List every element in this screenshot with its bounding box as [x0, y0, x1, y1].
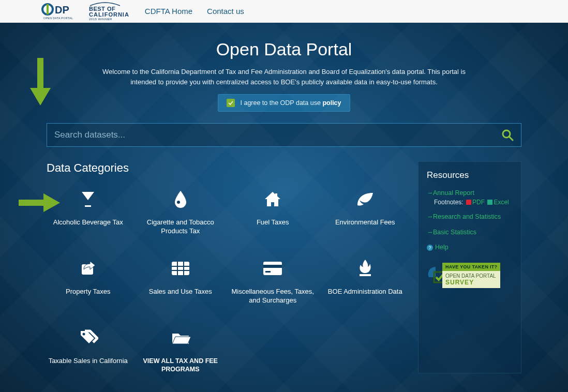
category-leaf[interactable]: Environmental Fees [324, 187, 407, 236]
search-bar[interactable] [47, 123, 521, 147]
category-label: VIEW ALL TAX AND FEE PROGRAMS [139, 357, 222, 374]
table-icon [139, 257, 222, 280]
survey-logo-icon [427, 265, 444, 285]
svg-rect-17 [263, 262, 282, 275]
resources-heading: Resources [427, 170, 513, 180]
search-icon[interactable] [501, 129, 514, 141]
resource-annual-report[interactable]: →Annual Report Footnotes: PDF Excel [427, 189, 513, 206]
category-drop[interactable]: Cigarette and Tobacco Products Tax [139, 187, 222, 236]
category-table[interactable]: Sales and Use Taxes [139, 257, 222, 305]
svg-rect-1 [47, 4, 49, 14]
survey-text: OPEN DATA PORTAL SURVEY [442, 271, 500, 288]
nav-contact-us[interactable]: Contact us [207, 7, 244, 16]
categories-section: Data Categories Alcoholic Beverage TaxCi… [47, 161, 407, 373]
category-card[interactable]: Miscellaneous Fees, Taxes, and Surcharge… [231, 257, 315, 305]
excel-badge-icon [487, 200, 492, 205]
resources-sidebar: Resources →Annual Report Footnotes: PDF … [418, 161, 521, 373]
svg-rect-12 [172, 262, 189, 275]
hero: Open Data Portal Welcome to the Californ… [0, 23, 568, 392]
category-tags[interactable]: Taxable Sales in California [47, 326, 130, 374]
category-share[interactable]: Property Taxes [47, 257, 130, 305]
flame-icon [324, 257, 407, 280]
category-label: Cigarette and Tobacco Products Tax [139, 218, 222, 236]
svg-rect-10 [275, 193, 277, 197]
arrow-right-icon: → [427, 189, 432, 198]
share-icon [47, 257, 130, 280]
tutorial-arrow-right-icon [19, 192, 61, 213]
arrow-right-icon: → [427, 213, 432, 222]
svg-rect-19 [265, 271, 271, 273]
policy-link[interactable]: policy [322, 99, 341, 107]
tags-icon [47, 326, 130, 350]
resource-basic-stats[interactable]: →Basic Statistics [427, 228, 513, 237]
leaf-icon [324, 187, 407, 211]
help-icon: ? [427, 245, 433, 251]
svg-rect-18 [263, 265, 282, 268]
nav-cdfta-home[interactable]: CDFTA Home [145, 7, 192, 16]
category-home[interactable]: Fuel Taxes [231, 187, 315, 236]
svg-marker-4 [30, 88, 51, 105]
odp-logo[interactable]: DP OPEN DATA PORTAL [41, 2, 83, 21]
category-label: Fuel Taxes [231, 218, 315, 227]
arrow-right-icon: → [427, 228, 432, 237]
agree-text: I agree to the ODP data use policy [240, 99, 341, 107]
svg-rect-20 [360, 274, 371, 276]
category-label: Environmental Fees [324, 218, 407, 227]
topbar: DP OPEN DATA PORTAL BEST OF CALIFORNIA 2… [0, 0, 568, 23]
survey-badge: HAVE YOU TAKEN IT? [442, 263, 500, 271]
annual-footnotes: Footnotes: PDF Excel [434, 198, 513, 207]
page-subtitle: Welcome to the California Department of … [98, 67, 470, 87]
footnote-pdf-link[interactable]: PDF [472, 199, 485, 206]
category-label: BOE Administration Data [324, 288, 407, 296]
home-icon [231, 187, 315, 211]
resource-research[interactable]: →Research and Statistics [427, 213, 513, 222]
agree-box[interactable]: I agree to the ODP data use policy [218, 94, 350, 112]
category-label: Miscellaneous Fees, Taxes, and Surcharge… [231, 288, 315, 305]
card-icon [231, 257, 315, 280]
svg-rect-7 [19, 200, 46, 206]
svg-point-21 [83, 333, 85, 335]
svg-point-9 [177, 201, 180, 204]
odp-logo-subtitle: OPEN DATA PORTAL [43, 17, 73, 20]
svg-line-6 [509, 137, 513, 140]
category-label: Sales and Use Taxes [139, 288, 222, 296]
category-flame[interactable]: BOE Administration Data [324, 257, 407, 305]
agree-checkbox-icon[interactable] [227, 99, 235, 107]
content-area: Data Categories Alcoholic Beverage TaxCi… [47, 161, 521, 373]
page-title: Open Data Portal [0, 23, 568, 59]
survey-promo[interactable]: HAVE YOU TAKEN IT? OPEN DATA PORTAL SURV… [427, 263, 513, 288]
category-label: Property Taxes [47, 288, 130, 296]
category-label: Taxable Sales in California [47, 357, 130, 366]
folder-icon [139, 326, 222, 350]
svg-text:DP: DP [55, 4, 69, 16]
category-label: Alcoholic Beverage Tax [47, 218, 130, 227]
svg-rect-3 [37, 58, 43, 90]
categories-heading: Data Categories [47, 161, 407, 175]
tutorial-arrow-down-icon [28, 58, 53, 108]
pdf-badge-icon [466, 200, 471, 205]
resource-help[interactable]: ?Help [427, 243, 513, 252]
best-of-badge: BEST OF CALIFORNIA 2015 WINNER [89, 2, 129, 21]
category-folder[interactable]: VIEW ALL TAX AND FEE PROGRAMS [139, 326, 222, 374]
svg-marker-8 [43, 193, 60, 212]
drop-icon [139, 187, 222, 211]
search-input[interactable] [54, 130, 501, 140]
footnote-excel-link[interactable]: Excel [494, 199, 509, 206]
